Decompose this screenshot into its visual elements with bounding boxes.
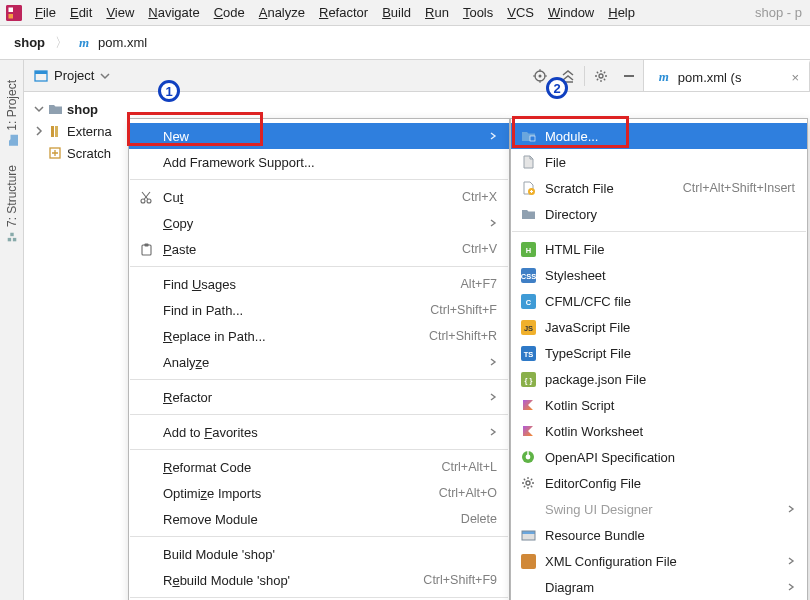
menu-run[interactable]: Run: [418, 2, 456, 23]
menu-item-label: Module...: [545, 129, 795, 144]
new-menu-item-diagram[interactable]: Diagram: [511, 574, 807, 600]
new-menu-item-resource-bundle[interactable]: Resource Bundle: [511, 522, 807, 548]
project-menu-item-add-framework-support[interactable]: Add Framework Support...: [129, 149, 509, 175]
menu-item-label: Find Usages: [163, 277, 435, 292]
menu-analyze[interactable]: Analyze: [252, 2, 312, 23]
tree-row-shop[interactable]: shop: [24, 98, 274, 120]
project-menu-item-build-module-shop[interactable]: Build Module 'shop': [129, 541, 509, 567]
editor-tab-pom[interactable]: m pom.xml (s ×: [644, 60, 810, 91]
menu-item-label: Replace in Path...: [163, 329, 403, 344]
ts-icon: TS: [519, 346, 537, 361]
menu-view[interactable]: View: [99, 2, 141, 23]
kotlin-icon: [519, 424, 537, 438]
new-menu-item-kotlin-worksheet[interactable]: Kotlin Worksheet: [511, 418, 807, 444]
new-menu-item-xml-configuration-file[interactable]: XML Configuration File: [511, 548, 807, 574]
menu-edit[interactable]: Edit: [63, 2, 99, 23]
new-menu-item-javascript-file[interactable]: JSJavaScript File: [511, 314, 807, 340]
chevron-down-icon[interactable]: [34, 104, 44, 114]
new-menu-item-kotlin-script[interactable]: Kotlin Script: [511, 392, 807, 418]
new-menu-item-openapi-specification[interactable]: OpenAPI Specification: [511, 444, 807, 470]
window-title-suffix: shop - p: [755, 5, 806, 20]
menu-code[interactable]: Code: [207, 2, 252, 23]
menu-item-label: Cut: [163, 190, 436, 205]
breadcrumb-sep: 〉: [55, 34, 68, 52]
new-menu-item-stylesheet[interactable]: CSSStylesheet: [511, 262, 807, 288]
left-toolwindow-stripe: 1: Project 7: Structure: [0, 60, 24, 600]
svg-rect-56: [521, 554, 536, 569]
separator: [584, 66, 585, 86]
toolwindow-project-tab[interactable]: 1: Project: [5, 80, 19, 147]
svg-rect-40: [12, 238, 15, 241]
menu-item-label: Swing UI Designer: [545, 502, 779, 517]
menu-item-label: XML Configuration File: [545, 554, 779, 569]
breadcrumb-root[interactable]: shop: [14, 35, 45, 50]
menu-file[interactable]: File: [28, 2, 63, 23]
menu-item-label: Refactor: [163, 390, 481, 405]
project-menu-item-find-usages[interactable]: Find UsagesAlt+F7: [129, 271, 509, 297]
library-icon: [48, 124, 63, 139]
menu-separator: [130, 536, 508, 537]
menu-navigate[interactable]: Navigate: [141, 2, 206, 23]
new-menu-item-module[interactable]: Module...: [511, 123, 807, 149]
menu-item-label: Optimize Imports: [163, 486, 413, 501]
menu-window[interactable]: Window: [541, 2, 601, 23]
menu-build[interactable]: Build: [375, 2, 418, 23]
context-menu-project[interactable]: NewAdd Framework Support...CutCtrl+XCopy…: [128, 118, 510, 600]
project-menu-item-optimize-imports[interactable]: Optimize ImportsCtrl+Alt+O: [129, 480, 509, 506]
svg-rect-43: [35, 71, 47, 74]
file-icon: [519, 155, 537, 170]
context-menu-new[interactable]: Module...FileScratch FileCtrl+Alt+Shift+…: [510, 118, 808, 600]
project-view-label: Project: [54, 68, 94, 83]
project-menu-item-add-to-favorites[interactable]: Add to Favorites: [129, 419, 509, 445]
menu-item-shortcut: Ctrl+Alt+Shift+Insert: [683, 181, 795, 195]
breadcrumb-file[interactable]: pom.xml: [98, 35, 147, 50]
menu-item-label: HTML File: [545, 242, 795, 257]
folder-icon: [519, 207, 537, 222]
new-menu-item-cfml-cfc-file[interactable]: CCFML/CFC file: [511, 288, 807, 314]
new-menu-item-directory[interactable]: Directory: [511, 201, 807, 227]
project-menu-item-cut[interactable]: CutCtrl+X: [129, 184, 509, 210]
menu-item-label: File: [545, 155, 795, 170]
paste-icon: [137, 242, 155, 256]
project-menu-item-rebuild-module-shop[interactable]: Rebuild Module 'shop'Ctrl+Shift+F9: [129, 567, 509, 593]
menu-help[interactable]: Help: [601, 2, 642, 23]
menu-item-label: TypeScript File: [545, 346, 795, 361]
menu-item-label: Diagram: [545, 580, 779, 595]
project-menu-item-paste[interactable]: PasteCtrl+V: [129, 236, 509, 262]
project-menu-item-find-in-path[interactable]: Find in Path...Ctrl+Shift+F: [129, 297, 509, 323]
svg-text:JS: JS: [523, 324, 532, 333]
new-menu-item-html-file[interactable]: HHTML File: [511, 236, 807, 262]
project-menu-item-replace-in-path[interactable]: Replace in Path...Ctrl+Shift+R: [129, 323, 509, 349]
new-menu-item-typescript-file[interactable]: TSTypeScript File: [511, 340, 807, 366]
menu-item-label: JavaScript File: [545, 320, 795, 335]
svg-rect-39: [7, 238, 10, 241]
submenu-arrow-icon: [489, 425, 497, 440]
new-menu-item-scratch-file[interactable]: Scratch FileCtrl+Alt+Shift+Insert: [511, 175, 807, 201]
openapi-icon: [519, 450, 537, 464]
project-menu-item-remove-module[interactable]: Remove ModuleDelete: [129, 506, 509, 532]
project-menu-item-reformat-code[interactable]: Reformat CodeCtrl+Alt+L: [129, 454, 509, 480]
project-menu-item-new[interactable]: New: [129, 123, 509, 149]
menu-refactor[interactable]: Refactor: [312, 2, 375, 23]
new-menu-item-editorconfig-file[interactable]: EditorConfig File: [511, 470, 807, 496]
new-menu-item-package-json-file[interactable]: { }package.json File: [511, 366, 807, 392]
close-tab-button[interactable]: ×: [789, 70, 801, 85]
menu-item-shortcut: Ctrl+Shift+F9: [423, 573, 497, 587]
menu-tools[interactable]: Tools: [456, 2, 500, 23]
hide-toolwindow-button[interactable]: [615, 60, 643, 91]
menu-item-label: Rebuild Module 'shop': [163, 573, 397, 588]
project-menu-item-analyze[interactable]: Analyze: [129, 349, 509, 375]
submenu-arrow-icon: [787, 554, 795, 569]
menu-item-label: Analyze: [163, 355, 481, 370]
chevron-right-icon[interactable]: [34, 126, 44, 136]
project-menu-item-refactor[interactable]: Refactor: [129, 384, 509, 410]
new-menu-item-file[interactable]: File: [511, 149, 807, 175]
project-menu-item-copy[interactable]: Copy: [129, 210, 509, 236]
toolwindow-structure-tab[interactable]: 7: Structure: [5, 165, 19, 243]
menu-item-label: EditorConfig File: [545, 476, 795, 491]
svg-text:{ }: { }: [524, 376, 532, 385]
project-view-combo[interactable]: Project: [24, 60, 120, 91]
menu-vcs[interactable]: VCS: [500, 2, 541, 23]
toolwindow-options-button[interactable]: [587, 60, 615, 91]
menu-separator: [130, 379, 508, 380]
